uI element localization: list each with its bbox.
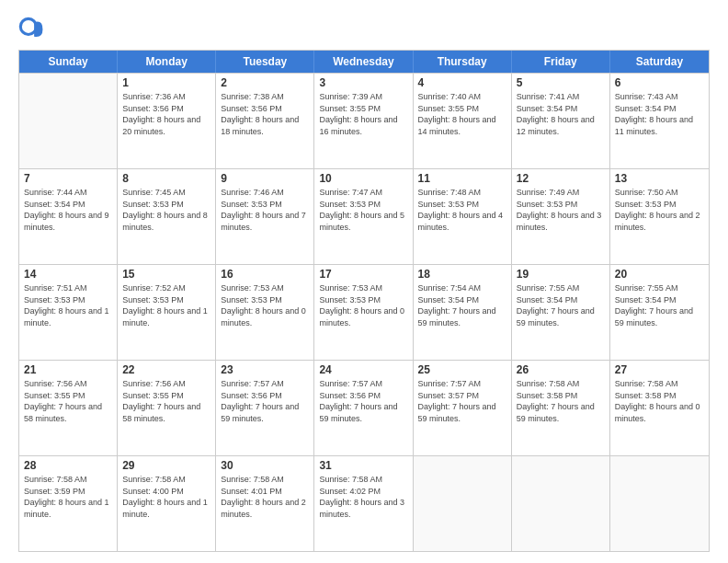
day-info: Sunrise: 7:41 AMSunset: 3:54 PMDaylight:… xyxy=(517,91,605,137)
calendar-cell: 22Sunrise: 7:56 AMSunset: 3:55 PMDayligh… xyxy=(118,361,216,455)
day-number: 4 xyxy=(418,76,506,89)
calendar-cell: 2Sunrise: 7:38 AMSunset: 3:56 PMDaylight… xyxy=(216,74,314,168)
calendar-cell: 10Sunrise: 7:47 AMSunset: 3:53 PMDayligh… xyxy=(314,169,413,264)
svg-point-1 xyxy=(22,20,35,33)
calendar-week-1: 1Sunrise: 7:36 AMSunset: 3:56 PMDaylight… xyxy=(19,73,709,168)
day-number: 15 xyxy=(122,268,210,281)
day-info: Sunrise: 7:54 AMSunset: 3:54 PMDaylight:… xyxy=(418,282,506,328)
day-number: 5 xyxy=(517,76,605,89)
day-number: 11 xyxy=(418,172,506,185)
day-number: 18 xyxy=(418,268,506,281)
day-number: 25 xyxy=(418,363,506,376)
day-info: Sunrise: 7:49 AMSunset: 3:53 PMDaylight:… xyxy=(517,187,605,233)
calendar-cell: 29Sunrise: 7:58 AMSunset: 4:00 PMDayligh… xyxy=(118,456,216,551)
header xyxy=(18,17,710,42)
day-info: Sunrise: 7:52 AMSunset: 3:53 PMDaylight:… xyxy=(122,282,210,328)
day-number: 26 xyxy=(517,363,605,376)
calendar-cell xyxy=(512,456,610,551)
day-info: Sunrise: 7:57 AMSunset: 3:56 PMDaylight:… xyxy=(221,378,309,424)
calendar-header-day: Thursday xyxy=(414,51,512,73)
calendar-cell: 26Sunrise: 7:58 AMSunset: 3:58 PMDayligh… xyxy=(512,361,610,455)
calendar-cell: 16Sunrise: 7:53 AMSunset: 3:53 PMDayligh… xyxy=(216,265,314,360)
calendar-cell: 7Sunrise: 7:44 AMSunset: 3:54 PMDaylight… xyxy=(19,169,118,264)
day-number: 17 xyxy=(319,268,407,281)
day-number: 13 xyxy=(615,172,704,185)
calendar-header-day: Wednesday xyxy=(314,51,413,73)
calendar-cell xyxy=(19,74,118,168)
day-info: Sunrise: 7:53 AMSunset: 3:53 PMDaylight:… xyxy=(221,282,309,328)
calendar-header-day: Monday xyxy=(118,51,216,73)
day-number: 31 xyxy=(319,459,407,472)
calendar-cell: 18Sunrise: 7:54 AMSunset: 3:54 PMDayligh… xyxy=(414,265,512,360)
day-number: 30 xyxy=(221,459,309,472)
day-number: 14 xyxy=(24,268,112,281)
day-info: Sunrise: 7:36 AMSunset: 3:56 PMDaylight:… xyxy=(122,91,210,137)
day-number: 2 xyxy=(221,76,309,89)
calendar-cell: 24Sunrise: 7:57 AMSunset: 3:56 PMDayligh… xyxy=(314,361,413,455)
day-info: Sunrise: 7:38 AMSunset: 3:56 PMDaylight:… xyxy=(221,91,309,137)
day-info: Sunrise: 7:58 AMSunset: 3:59 PMDaylight:… xyxy=(24,474,112,520)
day-number: 19 xyxy=(517,268,605,281)
day-info: Sunrise: 7:45 AMSunset: 3:53 PMDaylight:… xyxy=(122,187,210,233)
day-number: 16 xyxy=(221,268,309,281)
calendar-cell: 25Sunrise: 7:57 AMSunset: 3:57 PMDayligh… xyxy=(414,361,512,455)
calendar-cell: 17Sunrise: 7:53 AMSunset: 3:53 PMDayligh… xyxy=(314,265,413,360)
calendar-cell: 21Sunrise: 7:56 AMSunset: 3:55 PMDayligh… xyxy=(19,361,118,455)
day-info: Sunrise: 7:46 AMSunset: 3:53 PMDaylight:… xyxy=(221,187,309,233)
calendar-cell: 13Sunrise: 7:50 AMSunset: 3:53 PMDayligh… xyxy=(610,169,709,264)
day-info: Sunrise: 7:40 AMSunset: 3:55 PMDaylight:… xyxy=(418,91,506,137)
calendar-week-2: 7Sunrise: 7:44 AMSunset: 3:54 PMDaylight… xyxy=(19,168,709,264)
day-info: Sunrise: 7:47 AMSunset: 3:53 PMDaylight:… xyxy=(319,187,407,233)
calendar-cell: 4Sunrise: 7:40 AMSunset: 3:55 PMDaylight… xyxy=(414,74,512,168)
calendar-header-day: Saturday xyxy=(610,51,709,73)
calendar-cell: 8Sunrise: 7:45 AMSunset: 3:53 PMDaylight… xyxy=(118,169,216,264)
calendar-cell: 28Sunrise: 7:58 AMSunset: 3:59 PMDayligh… xyxy=(19,456,118,551)
day-number: 29 xyxy=(122,459,210,472)
day-number: 8 xyxy=(122,172,210,185)
day-info: Sunrise: 7:55 AMSunset: 3:54 PMDaylight:… xyxy=(517,282,605,328)
calendar-cell: 19Sunrise: 7:55 AMSunset: 3:54 PMDayligh… xyxy=(512,265,610,360)
calendar-week-5: 28Sunrise: 7:58 AMSunset: 3:59 PMDayligh… xyxy=(19,455,709,551)
day-info: Sunrise: 7:58 AMSunset: 4:00 PMDaylight:… xyxy=(122,474,210,520)
day-info: Sunrise: 7:43 AMSunset: 3:54 PMDaylight:… xyxy=(615,91,704,137)
day-info: Sunrise: 7:58 AMSunset: 3:58 PMDaylight:… xyxy=(615,378,704,424)
calendar-cell: 12Sunrise: 7:49 AMSunset: 3:53 PMDayligh… xyxy=(512,169,610,264)
calendar-cell: 14Sunrise: 7:51 AMSunset: 3:53 PMDayligh… xyxy=(19,265,118,360)
day-info: Sunrise: 7:55 AMSunset: 3:54 PMDaylight:… xyxy=(615,282,704,328)
calendar-cell: 11Sunrise: 7:48 AMSunset: 3:53 PMDayligh… xyxy=(414,169,512,264)
calendar-header-day: Tuesday xyxy=(216,51,314,73)
logo xyxy=(18,17,48,42)
day-number: 21 xyxy=(24,363,112,376)
calendar-cell: 3Sunrise: 7:39 AMSunset: 3:55 PMDaylight… xyxy=(314,74,413,168)
day-number: 9 xyxy=(221,172,309,185)
calendar-cell: 6Sunrise: 7:43 AMSunset: 3:54 PMDaylight… xyxy=(610,74,709,168)
calendar-body: 1Sunrise: 7:36 AMSunset: 3:56 PMDaylight… xyxy=(19,73,709,551)
day-info: Sunrise: 7:44 AMSunset: 3:54 PMDaylight:… xyxy=(24,187,112,233)
calendar-cell: 27Sunrise: 7:58 AMSunset: 3:58 PMDayligh… xyxy=(610,361,709,455)
day-info: Sunrise: 7:50 AMSunset: 3:53 PMDaylight:… xyxy=(615,187,704,233)
calendar-cell: 31Sunrise: 7:58 AMSunset: 4:02 PMDayligh… xyxy=(314,456,413,551)
day-number: 28 xyxy=(24,459,112,472)
day-number: 7 xyxy=(24,172,112,185)
calendar-header-row: SundayMondayTuesdayWednesdayThursdayFrid… xyxy=(19,51,709,73)
day-number: 10 xyxy=(319,172,407,185)
calendar-cell: 23Sunrise: 7:57 AMSunset: 3:56 PMDayligh… xyxy=(216,361,314,455)
day-number: 3 xyxy=(319,76,407,89)
calendar-week-4: 21Sunrise: 7:56 AMSunset: 3:55 PMDayligh… xyxy=(19,360,709,455)
calendar-cell: 20Sunrise: 7:55 AMSunset: 3:54 PMDayligh… xyxy=(610,265,709,360)
day-info: Sunrise: 7:58 AMSunset: 3:58 PMDaylight:… xyxy=(517,378,605,424)
calendar-header-day: Sunday xyxy=(19,51,118,73)
page: SundayMondayTuesdayWednesdayThursdayFrid… xyxy=(0,0,728,563)
day-info: Sunrise: 7:57 AMSunset: 3:57 PMDaylight:… xyxy=(418,378,506,424)
day-info: Sunrise: 7:48 AMSunset: 3:53 PMDaylight:… xyxy=(418,187,506,233)
day-number: 22 xyxy=(122,363,210,376)
day-info: Sunrise: 7:51 AMSunset: 3:53 PMDaylight:… xyxy=(24,282,112,328)
day-number: 24 xyxy=(319,363,407,376)
calendar-cell: 9Sunrise: 7:46 AMSunset: 3:53 PMDaylight… xyxy=(216,169,314,264)
day-number: 23 xyxy=(221,363,309,376)
day-info: Sunrise: 7:39 AMSunset: 3:55 PMDaylight:… xyxy=(319,91,407,137)
day-number: 1 xyxy=(122,76,210,89)
calendar: SundayMondayTuesdayWednesdayThursdayFrid… xyxy=(18,50,710,552)
day-info: Sunrise: 7:53 AMSunset: 3:53 PMDaylight:… xyxy=(319,282,407,328)
calendar-cell: 30Sunrise: 7:58 AMSunset: 4:01 PMDayligh… xyxy=(216,456,314,551)
